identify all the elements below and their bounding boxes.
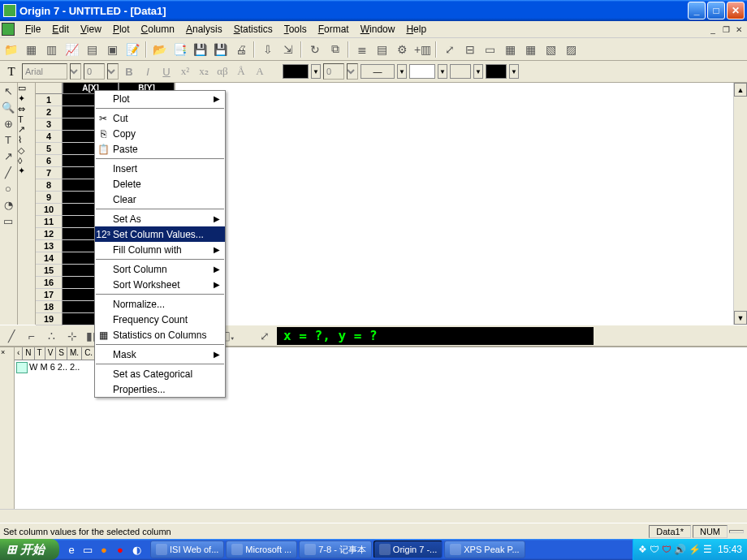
row-number[interactable]: 14	[36, 252, 63, 265]
ctx-mask[interactable]: Mask▶	[95, 347, 225, 362]
ql-ie-icon[interactable]: e	[64, 542, 79, 557]
open-icon[interactable]: 📂	[150, 40, 169, 58]
row-number[interactable]: 16	[36, 277, 63, 289]
scroll-up-icon[interactable]: ▲	[734, 83, 747, 97]
bold-button[interactable]: B	[121, 63, 137, 80]
ctx-insert[interactable]: Insert	[95, 161, 225, 176]
ql-app3-icon[interactable]: ◐	[129, 542, 144, 557]
ctx-copy[interactable]: ⎘Copy	[95, 126, 225, 141]
row-number[interactable]: 6	[36, 155, 63, 167]
ctx-normalize[interactable]: Normalize...	[95, 296, 225, 312]
row-number[interactable]: 13	[36, 240, 63, 252]
save-template-icon[interactable]: 💾	[211, 40, 230, 58]
mdi-app-icon[interactable]	[2, 23, 15, 36]
mdi-restore[interactable]: ❐	[719, 24, 732, 35]
region-icon[interactable]: ▭	[0, 213, 16, 229]
print-icon[interactable]: 🖨	[231, 40, 250, 58]
menu-tools[interactable]: Tools	[279, 22, 313, 37]
line-symbol-icon[interactable]: ⊹	[63, 326, 81, 345]
save-icon[interactable]: 💾	[191, 40, 209, 58]
font-select[interactable]	[22, 63, 67, 80]
ctx-paste[interactable]: 📋Paste	[95, 141, 225, 157]
row-number[interactable]: 18	[36, 301, 63, 313]
ctx-set-as-categorical[interactable]: Set as Categorical	[95, 366, 225, 381]
new-project-icon[interactable]: 📁	[2, 40, 20, 58]
start-button[interactable]: ⊞ 开始	[0, 539, 59, 560]
size-dropdown[interactable]	[107, 63, 119, 80]
row-number[interactable]: 7	[36, 167, 63, 179]
worksheet-file-icon[interactable]	[16, 362, 28, 373]
freehand-icon[interactable]: ◊	[18, 156, 35, 166]
line-color-swatch[interactable]	[283, 64, 309, 79]
italic-button[interactable]: I	[140, 63, 156, 80]
row-number[interactable]: 1	[36, 94, 63, 106]
rect-icon[interactable]: ✦	[18, 166, 35, 176]
tray-icon-4[interactable]: 🔊	[674, 544, 686, 555]
rescale-icon[interactable]: ⤢	[440, 40, 459, 58]
row-number[interactable]: 17	[36, 289, 63, 301]
code-builder-icon[interactable]: ⚙	[393, 40, 412, 58]
font-color-icon[interactable]: A	[252, 63, 268, 80]
arrange-icon[interactable]: ▦	[521, 40, 540, 58]
row-number[interactable]: 10	[36, 204, 63, 216]
ctx-delete[interactable]: Delete	[95, 176, 225, 192]
taskbar-button[interactable]: ISI Web of...	[150, 541, 224, 558]
ql-app1-icon[interactable]: ●	[97, 542, 111, 557]
import-icon[interactable]: ⇲	[279, 40, 297, 58]
duplicate-icon[interactable]: ⧉	[326, 40, 344, 58]
taskbar-button[interactable]: Microsoft ...	[226, 541, 297, 558]
ctx-fill-column-with[interactable]: Fill Column with▶	[95, 242, 225, 257]
row-number[interactable]: 5	[36, 143, 63, 155]
rescale-graph-icon[interactable]: ⤢	[255, 326, 274, 345]
line-plot-icon[interactable]: ╱	[2, 326, 20, 345]
maximize-button[interactable]: □	[707, 2, 725, 19]
uppercase-button[interactable]: Å	[233, 63, 249, 80]
new-matrix-icon[interactable]: ▤	[83, 40, 101, 58]
row-number[interactable]: 3	[36, 118, 63, 131]
lineweight-dropdown[interactable]	[347, 63, 358, 80]
labtalk-icon[interactable]: ▤	[373, 40, 391, 58]
offset-icon[interactable]: ▧	[542, 40, 560, 58]
layer-icon[interactable]: ▭	[481, 40, 499, 58]
proj-file-name[interactable]: W M 6 2.. 2..	[29, 362, 80, 372]
proj-tab-ctrl[interactable]: ‹	[15, 347, 23, 360]
menu-file[interactable]: File	[19, 22, 46, 37]
proj-tab-t[interactable]: T	[35, 347, 45, 360]
mdi-close[interactable]: ✕	[732, 24, 745, 35]
line-weight[interactable]	[323, 63, 344, 80]
pattern-dropdown[interactable]: ▼	[473, 64, 483, 79]
circle-icon[interactable]: ◔	[0, 196, 16, 213]
screen-reader-icon[interactable]: ▭	[18, 83, 35, 93]
text-tool-icon[interactable]: T	[3, 63, 19, 80]
menu-plot[interactable]: Plot	[107, 22, 136, 37]
pattern-color-dropdown[interactable]: ▼	[509, 64, 519, 79]
scroll-down-icon[interactable]: ▼	[734, 311, 747, 325]
new-notes-icon[interactable]: 📝	[123, 40, 142, 58]
new-excel-icon[interactable]: ▥	[42, 40, 61, 58]
proj-tab-n[interactable]: N	[23, 347, 34, 360]
pointer-icon[interactable]: ↖	[0, 83, 16, 99]
tray-icon-2[interactable]: 🛡	[650, 544, 659, 555]
ctx-statistics-on-columns[interactable]: ▦Statistics on Columns	[95, 327, 225, 342]
ctx-cut[interactable]: ✂Cut	[95, 110, 225, 126]
row-number[interactable]: 4	[36, 131, 63, 143]
scatter-icon[interactable]: ∴	[42, 326, 61, 345]
ql-desktop-icon[interactable]: ▭	[80, 542, 95, 557]
reader-icon[interactable]: ⊕	[0, 115, 16, 131]
horizontal-scrollbar[interactable]	[0, 509, 747, 523]
hv-step-icon[interactable]: ⌐	[22, 326, 41, 345]
fill-color-swatch[interactable]	[409, 64, 435, 79]
menu-analysis[interactable]: Analysis	[180, 22, 228, 37]
minimize-button[interactable]: _	[688, 2, 706, 19]
row-number[interactable]: 8	[36, 179, 63, 192]
menu-column[interactable]: Column	[136, 22, 180, 37]
tray-icon-3[interactable]: 🛡	[662, 544, 671, 555]
mask-icon[interactable]: ↗	[18, 124, 35, 135]
close-button[interactable]: ✕	[727, 2, 745, 19]
row-number[interactable]: 11	[36, 216, 63, 228]
ctx-sort-worksheet[interactable]: Sort Worksheet▶	[95, 277, 225, 292]
vertical-scrollbar[interactable]: ▲ ▼	[733, 83, 747, 325]
results-log-icon[interactable]: ≣	[352, 40, 371, 58]
ctx-set-column-values[interactable]: 12³Set Column Values...	[95, 226, 225, 242]
row-number[interactable]: 19	[36, 313, 63, 325]
